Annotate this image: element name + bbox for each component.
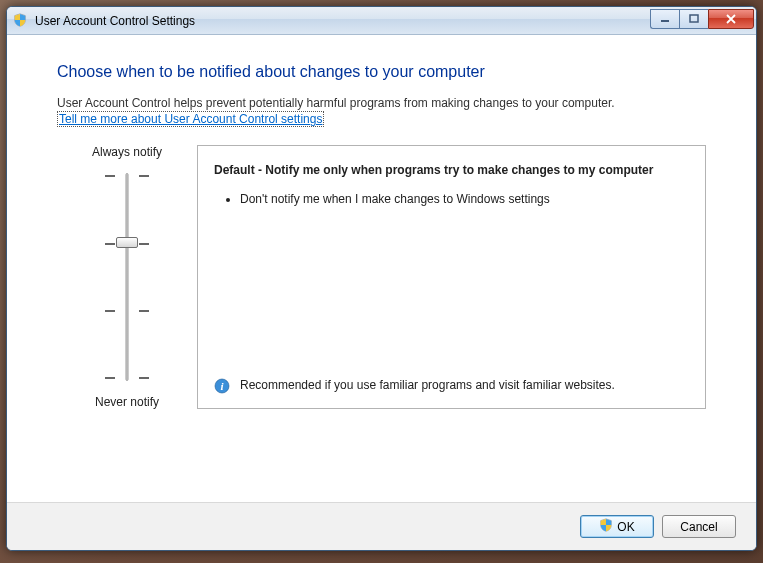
settings-body: Always notify Never notify Default - Not… xyxy=(57,145,706,409)
slider-column: Always notify Never notify xyxy=(57,145,197,409)
setting-title: Default - Notify me only when programs t… xyxy=(214,162,689,178)
window-controls xyxy=(650,9,754,29)
slider-label-never: Never notify xyxy=(57,395,197,409)
ok-button[interactable]: OK xyxy=(580,515,654,538)
window-title: User Account Control Settings xyxy=(35,14,650,28)
setting-bullet-1: Don't notify me when I make changes to W… xyxy=(240,191,689,207)
uac-shield-icon xyxy=(599,518,613,535)
svg-rect-1 xyxy=(690,15,698,22)
notification-slider[interactable] xyxy=(57,167,197,387)
uac-settings-window: User Account Control Settings Choose whe… xyxy=(6,6,757,551)
page-description: User Account Control helps prevent poten… xyxy=(57,95,706,127)
cancel-button[interactable]: Cancel xyxy=(662,515,736,538)
description-text: User Account Control helps prevent poten… xyxy=(57,96,615,110)
close-button[interactable] xyxy=(708,9,754,29)
svg-rect-0 xyxy=(661,20,669,22)
titlebar[interactable]: User Account Control Settings xyxy=(7,7,756,35)
recommendation-text: Recommended if you use familiar programs… xyxy=(240,377,615,394)
ok-label: OK xyxy=(617,520,634,534)
setting-description-panel: Default - Notify me only when programs t… xyxy=(197,145,706,409)
slider-ticks xyxy=(57,175,197,379)
info-icon: i xyxy=(214,378,230,394)
setting-bullets: Don't notify me when I make changes to W… xyxy=(214,191,689,213)
uac-shield-icon xyxy=(13,13,29,29)
page-heading: Choose when to be notified about changes… xyxy=(57,63,706,81)
content-area: Choose when to be notified about changes… xyxy=(7,35,756,502)
slider-label-always: Always notify xyxy=(57,145,197,159)
dialog-footer: OK Cancel xyxy=(7,502,756,550)
minimize-button[interactable] xyxy=(650,9,679,29)
learn-more-link[interactable]: Tell me more about User Account Control … xyxy=(57,111,324,127)
cancel-label: Cancel xyxy=(680,520,717,534)
recommendation-row: i Recommended if you use familiar progra… xyxy=(214,377,689,394)
maximize-button[interactable] xyxy=(679,9,708,29)
slider-thumb[interactable] xyxy=(116,237,138,248)
